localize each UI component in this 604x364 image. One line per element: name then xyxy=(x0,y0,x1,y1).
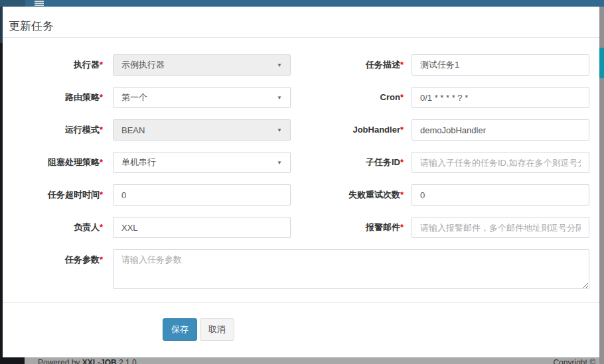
route-strategy-select-value: 第一个 xyxy=(121,91,147,103)
fail-retry-input[interactable] xyxy=(412,184,589,206)
route-strategy-label: 路由策略* xyxy=(10,87,103,108)
vertical-scrollbar[interactable] xyxy=(599,7,604,364)
child-jobid-input[interactable] xyxy=(412,152,589,173)
glue-type-select-value: BEAN xyxy=(121,125,145,135)
glue-type-select[interactable]: BEAN ▼ xyxy=(113,119,291,141)
author-input[interactable] xyxy=(113,217,291,238)
block-strategy-label: 阻塞处理策略* xyxy=(10,152,103,173)
child-jobid-label: 子任务ID* xyxy=(291,152,404,173)
block-strategy-select-value: 单机串行 xyxy=(121,156,156,168)
cron-input[interactable] xyxy=(412,87,589,108)
footer-divider xyxy=(3,302,599,303)
caret-down-icon: ▼ xyxy=(277,95,282,101)
fail-retry-label: 失败重试次数* xyxy=(291,184,404,206)
author-label: 负责人* xyxy=(10,217,103,238)
modal-title: 更新任务 xyxy=(9,20,589,33)
cancel-button[interactable]: 取消 xyxy=(200,318,234,341)
job-desc-input[interactable] xyxy=(412,54,589,76)
navbar-logo-area xyxy=(0,0,25,7)
caret-down-icon: ▼ xyxy=(277,62,282,68)
job-desc-label: 任务描述* xyxy=(291,54,404,76)
update-job-modal: 更新任务 执行器* 示例执行器 ▼ 任务描述* 路由策略* 第一个 ▼ xyxy=(3,7,599,357)
route-strategy-select[interactable]: 第一个 ▼ xyxy=(113,87,291,108)
form-row: 任务超时时间* 失败重试次数* xyxy=(3,184,599,206)
executor-label: 执行器* xyxy=(10,54,103,76)
caret-down-icon: ▼ xyxy=(277,127,282,133)
save-button[interactable]: 保存 xyxy=(163,318,197,341)
caret-down-icon: ▼ xyxy=(277,160,282,166)
brand-name: XXL-JOB xyxy=(82,358,117,364)
copyright-text: Copyright © xyxy=(553,358,595,364)
powered-by-text: Powered by XXL-JOB 2.1.0 xyxy=(38,358,137,364)
page-footer: Powered by XXL-JOB 2.1.0 Copyright © xyxy=(0,357,599,364)
executor-select[interactable]: 示例执行器 ▼ xyxy=(113,54,291,76)
form-row: 运行模式* BEAN ▼ JobHandler* xyxy=(3,119,599,141)
job-handler-input[interactable] xyxy=(412,119,589,141)
form-row: 任务参数* xyxy=(3,249,599,289)
form-row: 负责人* 报警邮件* xyxy=(3,217,599,238)
cron-label: Cron* xyxy=(291,87,404,108)
form-row: 阻塞处理策略* 单机串行 ▼ 子任务ID* xyxy=(3,152,599,173)
job-handler-label: JobHandler* xyxy=(291,119,404,141)
glue-type-label: 运行模式* xyxy=(10,119,103,141)
alarm-email-label: 报警邮件* xyxy=(291,217,404,238)
job-param-label: 任务参数* xyxy=(10,249,103,289)
job-param-textarea[interactable] xyxy=(113,249,589,289)
timeout-label: 任务超时时间* xyxy=(10,184,103,206)
modal-header: 更新任务 xyxy=(3,7,599,38)
scrollbar-thumb[interactable] xyxy=(599,48,604,78)
update-job-form: 执行器* 示例执行器 ▼ 任务描述* 路由策略* 第一个 ▼ Cron* xyxy=(3,38,599,341)
form-row: 执行器* 示例执行器 ▼ 任务描述* xyxy=(3,54,599,76)
top-navbar xyxy=(0,0,604,7)
form-row: 路由策略* 第一个 ▼ Cron* xyxy=(3,87,599,108)
block-strategy-select[interactable]: 单机串行 ▼ xyxy=(113,152,291,173)
modal-buttons: 保存 取消 xyxy=(163,318,599,341)
alarm-email-input[interactable] xyxy=(412,217,589,238)
timeout-input[interactable] xyxy=(113,184,291,206)
hamburger-menu-icon[interactable] xyxy=(35,1,44,7)
executor-select-value: 示例执行器 xyxy=(121,59,165,71)
sidebar-bottom-sliver xyxy=(0,357,25,364)
